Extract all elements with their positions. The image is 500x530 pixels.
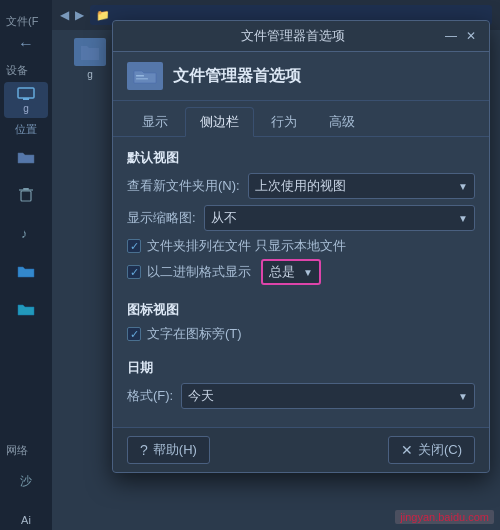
checkbox-text-beside[interactable] <box>127 327 141 341</box>
tab-behavior[interactable]: 行为 <box>256 107 312 137</box>
always-select[interactable]: 总是 ▼ <box>261 259 321 285</box>
sidebar-section-devices: 设备 <box>0 63 28 78</box>
sidebar-item-device1[interactable]: g <box>4 82 48 118</box>
default-view-title: 默认视图 <box>127 149 475 167</box>
help-icon: ? <box>140 442 148 458</box>
svg-rect-4 <box>23 188 29 190</box>
close-icon: ✕ <box>401 442 413 458</box>
fm-nav-back[interactable]: ◀ <box>60 8 69 22</box>
checkbox-row-2: 以二进制格式显示 总是 ▼ <box>127 259 475 285</box>
dialog-overlay: 文件管理器首选项 — ✕ 文件管理器首选项 <box>112 20 490 480</box>
date-format-select[interactable]: 今天 ▼ <box>181 383 475 409</box>
music-icon: ♪ <box>16 225 36 241</box>
checkbox-binary[interactable] <box>127 265 141 279</box>
sidebar-item-loc5[interactable] <box>4 291 48 327</box>
icon-view-section: 图标视图 文字在图标旁(T) <box>127 301 475 347</box>
dialog-body: 默认视图 查看新文件夹用(N): 上次使用的视图 ▼ 显示缩略图: <box>113 137 489 427</box>
folder-icon-sidebar <box>16 149 36 165</box>
sidebar-bottom-text: Ai <box>21 514 31 526</box>
folder-blue-icon <box>16 263 36 279</box>
icon-view-checkbox-row: 文字在图标旁(T) <box>127 325 475 343</box>
thumbnail-select[interactable]: 从不 ▼ <box>204 205 475 231</box>
new-folder-arrow: ▼ <box>458 181 468 192</box>
watermark: jingyan.baidu.com <box>395 510 494 524</box>
sidebar-item-label-device1: g <box>23 104 29 114</box>
dialog-tabs: 显示 侧边栏 行为 高级 <box>113 101 489 137</box>
network-icon: 沙 <box>16 472 36 488</box>
new-folder-value: 上次使用的视图 <box>255 177 346 195</box>
icon-view-title: 图标视图 <box>127 301 475 319</box>
bg-file-1: g <box>60 38 120 83</box>
always-arrow: ▼ <box>303 267 313 278</box>
date-format-label: 格式(F): <box>127 387 173 405</box>
svg-rect-7 <box>136 75 144 77</box>
checkbox-local-files[interactable] <box>127 239 141 253</box>
folder-cyan-icon <box>16 301 36 317</box>
dialog-wm-buttons: — ✕ <box>443 28 479 44</box>
dialog-header-icon <box>127 62 163 90</box>
fm-nav-forward[interactable]: ▶ <box>75 8 84 22</box>
svg-rect-8 <box>136 78 148 80</box>
close-label: 关闭(C) <box>418 441 462 459</box>
bg-file-label-1: g <box>87 69 93 80</box>
dialog-header-title: 文件管理器首选项 <box>173 66 301 87</box>
tab-sidebar[interactable]: 侧边栏 <box>185 107 254 137</box>
dialog-close-button[interactable]: ✕ <box>463 28 479 44</box>
sidebar-section-network: 网络 <box>0 443 28 458</box>
thumbnail-row: 显示缩略图: 从不 ▼ <box>127 205 475 231</box>
tab-display[interactable]: 显示 <box>127 107 183 137</box>
app-container: 文件(F ← 设备 g 位置 <box>0 0 500 530</box>
sidebar-item-loc3[interactable]: ♪ <box>4 215 48 251</box>
date-section: 日期 格式(F): 今天 ▼ <box>127 359 475 415</box>
default-view-section: 默认视图 查看新文件夹用(N): 上次使用的视图 ▼ 显示缩略图: <box>127 149 475 289</box>
date-format-row: 格式(F): 今天 ▼ <box>127 383 475 409</box>
thumbnail-label: 显示缩略图: <box>127 209 196 227</box>
checkbox-local-files-label: 文件夹排列在文件 只显示本地文件 <box>147 237 346 255</box>
new-folder-label: 查看新文件夹用(N): <box>127 177 240 195</box>
dialog-header: 文件管理器首选项 <box>113 52 489 101</box>
svg-text:♪: ♪ <box>21 226 28 241</box>
svg-rect-2 <box>21 191 31 201</box>
sidebar-item-loc2[interactable] <box>4 177 48 213</box>
device-icon <box>16 86 36 102</box>
preferences-dialog: 文件管理器首选项 — ✕ 文件管理器首选项 <box>112 20 490 473</box>
new-folder-row: 查看新文件夹用(N): 上次使用的视图 ▼ <box>127 173 475 199</box>
back-button[interactable]: ← <box>18 35 34 53</box>
thumbnail-arrow: ▼ <box>458 213 468 224</box>
checkbox-text-beside-label: 文字在图标旁(T) <box>147 325 242 343</box>
bg-file-icon-1 <box>74 38 106 66</box>
main-area: ◀ ▶ 📁 g 枝 <box>52 0 500 530</box>
thumbnail-value: 从不 <box>211 209 237 227</box>
help-label: 帮助(H) <box>153 441 197 459</box>
sidebar-item-loc4[interactable] <box>4 253 48 289</box>
close-button[interactable]: ✕ 关闭(C) <box>388 436 475 464</box>
date-format-value: 今天 <box>188 387 214 405</box>
dialog-footer: ? 帮助(H) ✕ 关闭(C) <box>113 427 489 472</box>
checkbox-binary-label: 以二进制格式显示 <box>147 263 251 281</box>
sidebar-section-files: 文件(F <box>0 14 38 29</box>
sidebar-item-loc1[interactable] <box>4 139 48 175</box>
sidebar-section-location: 位置 <box>0 122 52 137</box>
trash-icon <box>16 187 36 203</box>
svg-rect-1 <box>23 98 29 100</box>
help-button[interactable]: ? 帮助(H) <box>127 436 210 464</box>
minimize-button[interactable]: — <box>443 28 459 44</box>
svg-rect-0 <box>18 88 34 98</box>
date-title: 日期 <box>127 359 475 377</box>
always-value: 总是 <box>269 263 295 281</box>
sidebar-item-network[interactable]: 沙 <box>4 462 48 498</box>
dialog-titlebar: 文件管理器首选项 — ✕ <box>113 21 489 52</box>
date-format-arrow: ▼ <box>458 391 468 402</box>
checkbox-row-1: 文件夹排列在文件 只显示本地文件 <box>127 237 475 255</box>
svg-text:沙: 沙 <box>20 474 32 487</box>
new-folder-select[interactable]: 上次使用的视图 ▼ <box>248 173 475 199</box>
dialog-title: 文件管理器首选项 <box>143 27 443 45</box>
sidebar: 文件(F ← 设备 g 位置 <box>0 0 52 530</box>
tab-advanced[interactable]: 高级 <box>314 107 370 137</box>
